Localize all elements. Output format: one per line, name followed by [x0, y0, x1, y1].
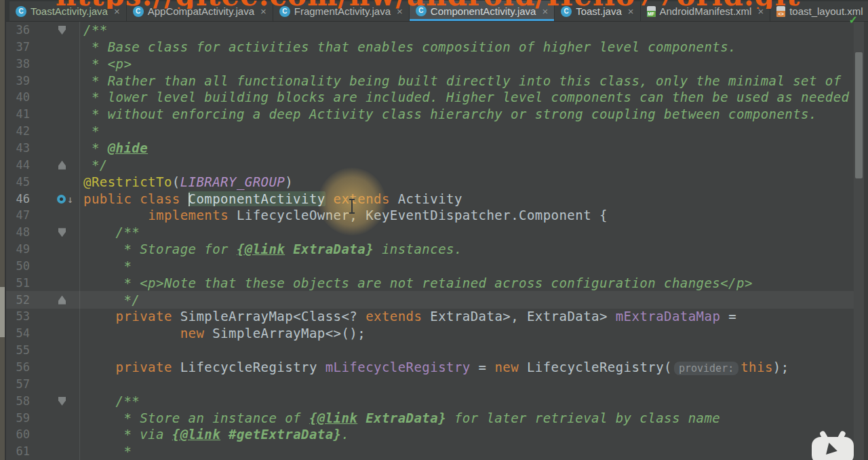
code-token: mLifecycleRegistry: [326, 360, 471, 375]
code-token: private: [116, 360, 172, 375]
code-token: [83, 309, 116, 324]
tab-close-icon[interactable]: ×: [757, 5, 764, 17]
code-token: implements: [148, 208, 229, 223]
code-token: .: [341, 427, 349, 442]
code-line[interactable]: 53 private SimpleArrayMap<Class<? extend…: [0, 308, 868, 325]
code-token: for later retrieval by class name: [446, 410, 720, 425]
code-line[interactable]: 36/**: [0, 22, 868, 39]
code-text: * <p>: [83, 56, 854, 73]
code-token: this: [741, 360, 773, 375]
layout-xml-file-icon: <>: [776, 6, 785, 17]
code-line[interactable]: 47 implements LifecycleOwner, KeyEventDi…: [0, 207, 868, 224]
tab-toastactivity-java[interactable]: CToastActivity.java×: [9, 1, 127, 21]
code-text: /**: [83, 22, 854, 39]
java-class-icon: C: [16, 6, 26, 17]
code-line[interactable]: 39 * Rather than all functionality being…: [0, 73, 868, 90]
code-line[interactable]: 55: [0, 342, 868, 359]
code-line[interactable]: 58 /**: [0, 393, 868, 410]
code-text: public class ComponentActivity extends A…: [83, 191, 854, 208]
tab-label: ComponentActivity.java: [431, 5, 536, 17]
tab-close-icon[interactable]: ×: [542, 5, 548, 17]
left-panel-scrollbar-track[interactable]: [0, 0, 5, 460]
code-text: *: [83, 443, 854, 460]
code-token: * Store an instance of: [83, 410, 309, 425]
code-token: * lower level building blocks are includ…: [83, 90, 849, 104]
code-token: [220, 427, 229, 442]
code-text: * <p>Note that these objects are not ret…: [83, 275, 854, 292]
editor-scrollbar-thumb[interactable]: [855, 52, 863, 178]
tab-bar: CToastActivity.java×CAppCompatActivity.j…: [0, 0, 868, 22]
code-token: =: [720, 309, 736, 324]
tv-watermark-icon: [812, 429, 855, 460]
tab-label: ToastActivity.java: [31, 5, 108, 17]
code-token: Activity: [390, 191, 462, 206]
code-token: ExtraData>, ExtraData>: [422, 309, 615, 324]
tab-close-icon[interactable]: ×: [260, 5, 267, 17]
tab-close-icon[interactable]: ×: [397, 5, 403, 17]
fold-end-icon: [57, 157, 77, 174]
code-text: /**: [83, 224, 854, 241]
java-class-icon: C: [279, 6, 290, 17]
code-line[interactable]: 54 new SimpleArrayMap<>();: [0, 325, 868, 342]
java-class-icon: C: [133, 6, 144, 17]
code-text: private LifecycleRegistry mLifecycleRegi…: [83, 359, 854, 377]
tab-toast-java[interactable]: CToast.java×: [555, 1, 640, 21]
code-text: new SimpleArrayMap<>();: [83, 325, 854, 342]
code-line[interactable]: 37 * Base class for activities that enab…: [0, 39, 868, 56]
code-line[interactable]: 38 * <p>: [0, 56, 868, 73]
code-text: */: [83, 157, 854, 174]
code-token: {@link: [309, 410, 357, 425]
code-token: SimpleArrayMap<>();: [204, 326, 366, 341]
code-text: private SimpleArrayMap<Class<? extends E…: [83, 308, 854, 325]
tab-fragmentactivity-java[interactable]: CFragmentActivity.java×: [273, 1, 410, 21]
code-token: *: [83, 140, 108, 155]
code-line[interactable]: 42 *: [0, 123, 868, 140]
code-token: * Storage for: [83, 242, 237, 256]
code-line[interactable]: 56 private LifecycleRegistry mLifecycleR…: [0, 359, 868, 376]
tab-appcompatactivity-java[interactable]: CAppCompatActivity.java×: [127, 1, 273, 21]
code-token: new: [180, 326, 205, 341]
code-text: @RestrictTo(LIBRARY_GROUP): [83, 174, 854, 191]
code-line[interactable]: 45@RestrictTo(LIBRARY_GROUP): [0, 174, 868, 191]
left-panel-scrollbar-thumb[interactable]: [0, 287, 5, 337]
code-token: @RestrictTo: [83, 174, 172, 189]
code-line[interactable]: 60 * via {@link #getExtraData}.: [0, 426, 868, 443]
code-line[interactable]: 43 * @hide: [0, 140, 868, 157]
code-line[interactable]: 40 * lower level building blocks are inc…: [0, 89, 868, 106]
ide-window: CToastActivity.java×CAppCompatActivity.j…: [0, 0, 868, 460]
code-token: [357, 410, 366, 425]
code-token: instances.: [374, 242, 462, 256]
code-token: [83, 360, 116, 375]
code-line[interactable]: 50 *: [0, 258, 868, 275]
tab-componentactivity-java[interactable]: CComponentActivity.java×: [410, 1, 555, 21]
tab-androidmanifest-xml[interactable]: MFAndroidManifest.xml×: [641, 1, 771, 21]
editor-rows[interactable]: 36/**37 * Base class for activities that…: [0, 22, 868, 460]
code-line[interactable]: 46↓public class ComponentActivity extend…: [0, 191, 868, 208]
code-token: {@link: [237, 242, 285, 256]
code-line[interactable]: 51 * <p>Note that these objects are not …: [0, 275, 868, 292]
code-token: {@link: [172, 427, 220, 442]
code-line[interactable]: 49 * Storage for {@link ExtraData} insta…: [0, 241, 868, 258]
code-token: * via: [83, 427, 172, 442]
code-line[interactable]: 44 */: [0, 157, 868, 174]
inspection-status-icon: ✓: [849, 15, 858, 26]
code-token: [83, 326, 180, 341]
tab-label: Toast.java: [576, 5, 622, 17]
code-token: *: [83, 258, 132, 273]
code-token: [285, 242, 293, 256]
code-line[interactable]: 61 *: [0, 443, 868, 460]
tab-label: AndroidManifest.xml: [660, 5, 752, 17]
code-token: /**: [83, 22, 108, 37]
code-token: * Base class for activities that enables…: [83, 39, 736, 54]
code-text: implements LifecycleOwner, KeyEventDispa…: [83, 207, 854, 224]
code-line[interactable]: 48 /**: [0, 224, 868, 241]
manifest-xml-badge: MF: [647, 11, 656, 17]
code-token: new: [494, 360, 519, 375]
code-line[interactable]: 41 * without enforcing a deep Activity c…: [0, 106, 868, 123]
tab-close-icon[interactable]: ×: [114, 5, 120, 17]
code-token: public class: [83, 191, 189, 206]
code-token: LifecycleRegistry(: [519, 360, 672, 375]
tab-close-icon[interactable]: ×: [628, 5, 634, 17]
code-line[interactable]: 57: [0, 376, 868, 393]
code-line[interactable]: 59 * Store an instance of {@link ExtraDa…: [0, 410, 868, 427]
